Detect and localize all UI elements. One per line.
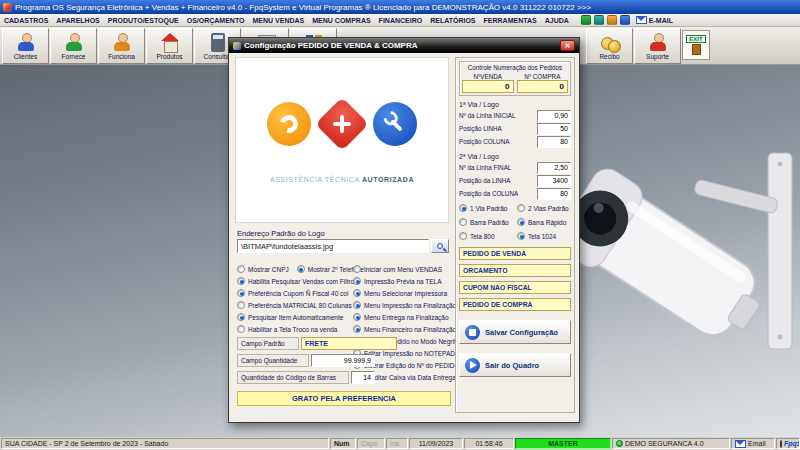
blue-wrench-icon bbox=[373, 102, 417, 146]
pos-field[interactable]: 80 bbox=[537, 136, 571, 148]
pos-label: Nº da Linha FINAL bbox=[459, 164, 511, 171]
option-entrega-finalizacao[interactable]: Menu Entrega na Finalização bbox=[353, 311, 453, 323]
option-iniciar-menu-vendas[interactable]: Iniciar com Menu VENDAS bbox=[353, 263, 453, 275]
logo-path-row: \BITMAP\fundotelaassis.jpg bbox=[237, 239, 449, 253]
campo-padrao-label: Campo Padrão bbox=[237, 337, 299, 350]
compra-number-field[interactable]: 0 bbox=[517, 80, 569, 93]
status-demo-version: DEMO SEGURANCA 4.0 bbox=[612, 438, 730, 449]
option-label: Menu Entrega na Finalização bbox=[364, 314, 449, 321]
menu-vendas[interactable]: MENU VENDAS bbox=[249, 14, 309, 27]
menu-relatorios[interactable]: RELATÓRIOS bbox=[426, 14, 479, 27]
venda-number-field[interactable]: 0 bbox=[462, 80, 514, 93]
dialog-icon bbox=[233, 42, 241, 50]
menu-bar: CADASTROS APARELHOS PRODUTO/ESTOQUE OS/O… bbox=[0, 14, 800, 27]
tela-pair: Tela 800 Tela 1024 bbox=[459, 230, 571, 242]
clientes-button[interactable]: Clientes bbox=[2, 28, 49, 64]
option-matricial-80[interactable]: Preferência MATRICIAL 80 Colunas bbox=[237, 299, 353, 311]
option-tela-1024[interactable]: Tela 1024 bbox=[517, 230, 556, 242]
menu-compras[interactable]: MENU COMPRAS bbox=[308, 14, 374, 27]
suporte-button[interactable]: Suporte bbox=[634, 28, 681, 64]
menu-os-orcamento[interactable]: OS/ORÇAMENTO bbox=[183, 14, 249, 27]
codigo-barras-field[interactable]: 14 bbox=[351, 371, 375, 384]
option-2-vias-padrao[interactable]: 2 Vias Padrão bbox=[517, 202, 569, 214]
security-camera-illustration bbox=[542, 65, 800, 437]
option-barra-rapido[interactable]: Barra Rápido bbox=[517, 216, 566, 228]
close-icon[interactable]: ✕ bbox=[560, 40, 575, 51]
venda-number-col: NºVENDA 0 bbox=[462, 73, 514, 93]
exit-button[interactable]: EXIT bbox=[682, 30, 710, 60]
via2-row-1: Posição da LINHA 3400 bbox=[459, 174, 571, 187]
save-config-button[interactable]: Salvar Configuração bbox=[459, 320, 571, 344]
calculator-icon[interactable] bbox=[620, 15, 630, 25]
option-label: 1 Via Padrão bbox=[470, 205, 507, 212]
pedido-venda-item[interactable]: PEDIDO DE VENDA bbox=[459, 247, 571, 260]
browse-logo-button[interactable] bbox=[431, 239, 449, 253]
option-mostrar-cnpj[interactable]: Mostrar CNPJ bbox=[237, 263, 289, 275]
option-tela-800[interactable]: Tela 800 bbox=[459, 230, 517, 242]
option-pesquisar-vendas-filtro[interactable]: Habilita Pesquisar Vendas com Filtro bbox=[237, 275, 353, 287]
pedido-compra-item[interactable]: PEDIDO DE COMPRA bbox=[459, 298, 571, 311]
radio-icon bbox=[353, 277, 361, 285]
left-options: Mostrar CNPJ Mostrar 2º Telefone Habilit… bbox=[237, 263, 353, 335]
radio-icon bbox=[237, 265, 245, 273]
email-shortcut[interactable]: E-MAIL bbox=[636, 16, 673, 24]
suporte-label: Suporte bbox=[646, 53, 669, 60]
option-label: Barra Rápido bbox=[528, 219, 566, 226]
status-email-button[interactable]: Email bbox=[731, 438, 775, 449]
radio-icon bbox=[353, 265, 361, 273]
support-icon bbox=[648, 33, 668, 52]
supplier-icon bbox=[64, 33, 84, 52]
fornecedor-button[interactable]: Fornece bbox=[50, 28, 97, 64]
menu-cadastros[interactable]: CADASTROS bbox=[0, 14, 52, 27]
status-caps-lock: Caps bbox=[357, 438, 385, 449]
pos-field[interactable]: 50 bbox=[537, 123, 571, 135]
option-impressao-finalizacao[interactable]: Menu Impressão na Finalização bbox=[353, 299, 453, 311]
pos-field[interactable]: 80 bbox=[537, 188, 571, 200]
option-barra-padrao[interactable]: Barra Padrão bbox=[459, 216, 517, 228]
via2-row-2: Posição da COLUNA 80 bbox=[459, 187, 571, 200]
recibo-button[interactable]: Recibo bbox=[586, 28, 633, 64]
menu-ferramentas[interactable]: FERRAMENTAS bbox=[480, 14, 541, 27]
orange-swoosh-icon bbox=[267, 102, 311, 146]
option-1-via-padrao[interactable]: 1 Via Padrão bbox=[459, 202, 517, 214]
option-label: Barra Padrão bbox=[470, 219, 509, 226]
pos-field[interactable]: 3400 bbox=[537, 175, 571, 187]
option-cupom-nao-fiscal-40[interactable]: Preferência Cupom Ñ Fiscal 40 col bbox=[237, 287, 353, 299]
option-financeiro-finalizacao[interactable]: Menu Financeiro na Finalização bbox=[353, 323, 453, 335]
option-pesquisar-item-auto[interactable]: Pesquisar Item Automaticamente bbox=[237, 311, 353, 323]
menu-aparelhos[interactable]: APARELHOS bbox=[52, 14, 103, 27]
money-icon[interactable] bbox=[607, 15, 617, 25]
tools-icon[interactable] bbox=[594, 15, 604, 25]
via-count-pair: 1 Via Padrão 2 Vias Padrão bbox=[459, 202, 571, 214]
toolbar-group-right: Recibo Suporte EXIT bbox=[586, 28, 710, 64]
barra-pair: Barra Padrão Barra Rápido bbox=[459, 216, 571, 228]
logo-badges bbox=[267, 102, 417, 146]
orcamento-item[interactable]: ORCAMENTO bbox=[459, 264, 571, 277]
codigo-barras-row: Quantidade do Código de Barras 14 bbox=[237, 371, 375, 384]
menu-ajuda[interactable]: AJUDA bbox=[541, 14, 573, 27]
option-impressao-previa[interactable]: Impressão Prévia na TELA bbox=[353, 275, 453, 287]
funcionario-button[interactable]: Funciona bbox=[98, 28, 145, 64]
search-icon bbox=[437, 243, 443, 249]
phone-icon[interactable] bbox=[581, 15, 591, 25]
logo-path-input[interactable]: \BITMAP\fundotelaassis.jpg bbox=[237, 239, 429, 253]
pos-field[interactable]: 2,50 bbox=[537, 162, 571, 174]
application-window: Programa OS Segurança Eletrônica + Venda… bbox=[0, 0, 800, 450]
campo-padrao-field[interactable]: FRETE bbox=[301, 337, 397, 350]
status-num-lock: Num bbox=[330, 438, 356, 449]
pos-field[interactable]: 0,90 bbox=[537, 110, 571, 122]
exit-dialog-button[interactable]: Sair do Quadro bbox=[459, 353, 571, 377]
campo-quantidade-label: Campo Quantidade bbox=[237, 354, 309, 367]
menu-produto-estoque[interactable]: PRODUTO/ESTOQUE bbox=[104, 14, 183, 27]
menu-financeiro[interactable]: FINANCEIRO bbox=[375, 14, 427, 27]
campo-quantidade-field[interactable]: 99.999,9 bbox=[311, 354, 375, 367]
option-selecionar-impressora[interactable]: Menu Selecionar Impressora bbox=[353, 287, 453, 299]
dialog-titlebar[interactable]: Configuração PEDIDO DE VENDA & COMPRA ✕ bbox=[229, 38, 579, 53]
via1-title: 1ª Via / Logo bbox=[459, 101, 571, 108]
cupom-nao-fiscal-item[interactable]: CUPOM NAO FISCAL bbox=[459, 281, 571, 294]
option-tela-troco[interactable]: Habilitar a Tela Troco na venda bbox=[237, 323, 353, 335]
status-green-dot-icon bbox=[616, 440, 623, 447]
option-label: Mostrar CNPJ bbox=[248, 266, 289, 273]
option-label: Habilita Pesquisar Vendas com Filtro bbox=[248, 278, 354, 285]
produtos-button[interactable]: Produtos bbox=[146, 28, 193, 64]
